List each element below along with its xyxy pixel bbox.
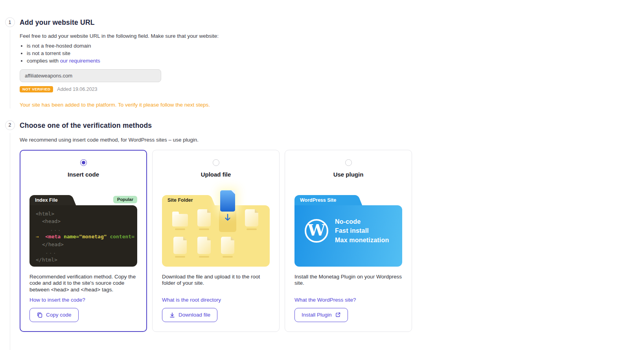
how-to-insert-code-link[interactable]: How to insert the code? — [29, 297, 137, 303]
index-file-tab: Index File — [29, 195, 70, 205]
grid-cell — [192, 209, 216, 235]
folder-contents-grid — [168, 209, 263, 263]
wordpress-site-link[interactable]: What the WordPress site? — [294, 297, 402, 303]
not-verified-badge: NOT VERIFIED — [20, 86, 53, 92]
copy-icon — [37, 312, 43, 318]
step-1-number: 1 — [5, 17, 15, 27]
list-item: complies with our requirements — [20, 57, 644, 64]
status-message: Your site has been added to the platform… — [20, 101, 644, 109]
file-icon — [173, 237, 187, 254]
label-placeholder — [199, 256, 209, 258]
folder-icon — [172, 214, 188, 227]
site-folder-tab-label: Site Folder — [167, 197, 193, 203]
install-plugin-button[interactable]: Install Plugin — [294, 308, 348, 322]
list-item: is not a free-hosted domain — [20, 42, 644, 50]
method-card-use-plugin[interactable]: Use plugin WordPress Site W No-code Fast… — [285, 150, 412, 332]
popular-badge: Popular — [113, 196, 137, 203]
wordpress-logo-icon: W — [305, 219, 328, 243]
arrow-icon: → — [36, 233, 45, 241]
wordpress-site-tab-label: WordPress Site — [300, 197, 336, 203]
step-2-number: 2 — [5, 120, 15, 130]
step-1-number-label: 1 — [9, 20, 11, 25]
step-1-section: 1 Add your website URL Feel free to add … — [0, 17, 644, 109]
step-2-number-label: 2 — [9, 122, 11, 128]
method-card-upload-file[interactable]: Upload file Site Folder — [152, 150, 280, 332]
drop-arrow-icon — [224, 214, 231, 222]
step-1-gutter: 1 — [0, 17, 20, 109]
download-file-button[interactable]: Download file — [162, 308, 217, 322]
step-connector-line — [10, 133, 10, 350]
label-placeholder — [223, 256, 233, 258]
added-date: Added 19.06.2023 — [57, 87, 97, 92]
code-snippet: <html> <head> ... →<meta name="monetag" … — [29, 205, 137, 267]
index-file-illustration: Index File Popular <html> <head> ... →<m… — [29, 195, 137, 267]
method-card-insert-code[interactable]: Insert code Index File Popular <html> <h… — [20, 150, 147, 332]
bullet-text: complies with — [27, 58, 59, 64]
plugin-benefits: No-code Fast install Max monetization — [335, 217, 389, 245]
site-folder-body — [162, 205, 270, 267]
label-placeholder — [175, 228, 185, 230]
code-line-meta-tag: →<meta name="monetag" content= — [36, 233, 137, 241]
code-line: </html> — [36, 256, 137, 264]
step-1-title: Add your website URL — [20, 17, 644, 28]
grid-cell — [240, 209, 264, 235]
method-title: Use plugin — [294, 171, 402, 178]
grid-cell — [192, 237, 216, 263]
step-2-section: 2 Choose one of the verification methods… — [0, 120, 644, 350]
method-title: Insert code — [29, 171, 137, 178]
grid-cell — [216, 237, 240, 263]
method-title: Upload file — [162, 171, 270, 178]
wordpress-folder-body: W No-code Fast install Max monetization — [294, 205, 402, 267]
verification-file-icon — [220, 190, 235, 212]
bullet-text: is not a free-hosted domain — [27, 43, 91, 49]
label-placeholder — [175, 256, 185, 258]
benefit-line: Fast install — [335, 226, 389, 236]
list-item: is not a torrent site — [20, 50, 644, 57]
method-description: Install the Monetag Plugin on your Wordp… — [294, 274, 402, 294]
code-line: </head> — [36, 241, 137, 249]
radio-use-plugin[interactable] — [345, 159, 352, 166]
radio-insert-code[interactable] — [80, 159, 87, 166]
step-2-gutter: 2 — [0, 120, 20, 350]
code-token: "monetag" — [79, 234, 107, 239]
step-2-subtitle: We recommend using insert code method, f… — [20, 136, 644, 144]
website-url-input[interactable] — [20, 69, 161, 82]
step-2-title: Choose one of the verification methods — [20, 120, 644, 131]
code-token: name= — [61, 234, 79, 239]
grid-cell — [168, 237, 192, 263]
method-description: Download the file and upload it to the r… — [162, 274, 270, 294]
file-icon — [197, 209, 211, 227]
code-token: <meta — [45, 234, 61, 239]
button-label: Install Plugin — [302, 312, 332, 318]
code-line: ... — [36, 225, 137, 233]
wordpress-site-tab: WordPress Site — [294, 195, 357, 205]
radio-upload-file[interactable] — [213, 159, 219, 166]
method-description: Recommended verification method. Copy th… — [29, 274, 137, 294]
grid-cell — [168, 209, 192, 235]
code-token: content= — [107, 234, 134, 239]
our-requirements-link[interactable]: our requirements — [60, 58, 100, 64]
root-directory-link[interactable]: What is the root directory — [162, 297, 270, 303]
step-1-content: Add your website URL Feel free to add yo… — [20, 17, 644, 109]
site-folder-tab: Site Folder — [162, 195, 209, 205]
external-link-icon — [335, 312, 341, 318]
site-folder-illustration: Site Folder — [162, 195, 270, 267]
wordpress-illustration: WordPress Site W No-code Fast install Ma… — [294, 195, 402, 267]
button-label: Download file — [178, 312, 210, 318]
verification-status-row: NOT VERIFIED Added 19.06.2023 — [20, 86, 644, 92]
benefit-line: Max monetization — [335, 236, 389, 245]
file-icon — [245, 209, 258, 227]
index-file-tab-label: Index File — [35, 197, 58, 203]
label-placeholder — [247, 228, 257, 230]
verification-method-cards: Insert code Index File Popular <html> <h… — [20, 150, 644, 332]
code-line: ... — [36, 248, 137, 256]
label-placeholder — [199, 228, 209, 230]
code-line: <html> — [36, 210, 137, 218]
copy-code-button[interactable]: Copy code — [29, 308, 79, 322]
step-1-intro: Feel free to add your website URL in the… — [20, 32, 644, 40]
requirements-list: is not a free-hosted domain is not a tor… — [20, 42, 644, 64]
step-connector-line — [10, 30, 10, 109]
code-line: <head> — [36, 217, 137, 225]
bullet-text: is not a torrent site — [27, 50, 70, 56]
step-2-content: Choose one of the verification methods W… — [20, 120, 644, 350]
